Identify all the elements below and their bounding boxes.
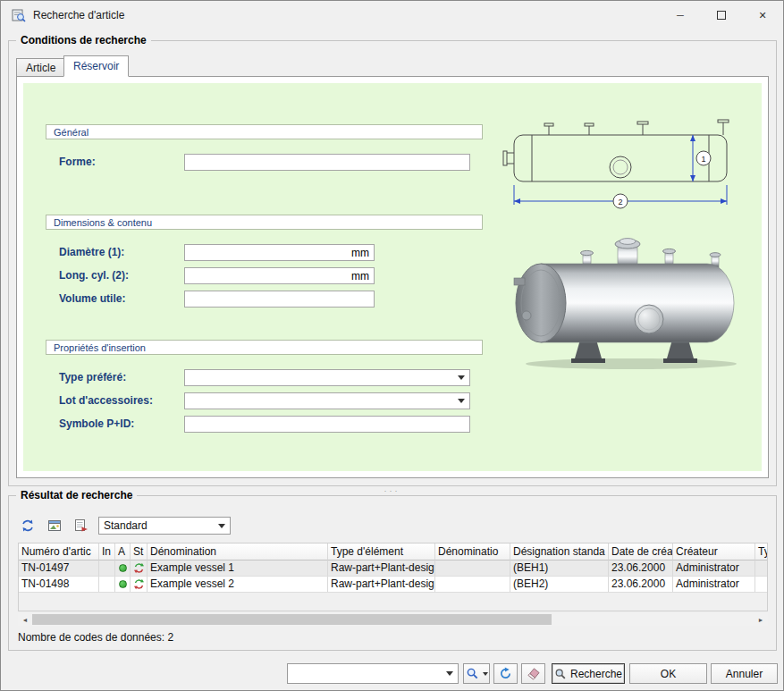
- cell-typ: [755, 560, 768, 577]
- long-cyl-label: Long. cyl. (2):: [59, 269, 129, 282]
- long-cyl-input[interactable]: mm: [184, 267, 375, 284]
- table-row[interactable]: TN-01498 Example vessel 2 Raw-part+Plant…: [19, 577, 767, 593]
- cell-denominatio: [435, 577, 510, 593]
- cell-date: 23.06.2000: [609, 577, 673, 593]
- results-table: Numéro d'artic In A St Dénomination Type…: [18, 543, 768, 611]
- cell-type: Raw-part+Plant-desig: [328, 577, 435, 593]
- cell-in: [99, 560, 115, 577]
- lot-accessoires-label: Lot d'accessoires:: [59, 394, 153, 407]
- revision-status-icon: [133, 562, 145, 574]
- status-green-icon: [119, 564, 127, 572]
- quick-search-combobox[interactable]: [287, 663, 459, 684]
- chevron-down-icon: [446, 671, 453, 676]
- column-header-designation[interactable]: Désignation standa: [510, 544, 609, 560]
- scrollbar-track[interactable]: [32, 613, 754, 626]
- column-header-type[interactable]: Type d'élément: [328, 544, 435, 560]
- table-row[interactable]: TN-01497 Example vessel 1 Raw-part+Plant…: [19, 560, 767, 577]
- forme-label: Forme:: [59, 156, 96, 168]
- tab-article[interactable]: Article: [16, 58, 65, 77]
- chevron-down-icon: [458, 399, 465, 403]
- conditions-groupbox: Conditions de recherche Article Réservoi…: [8, 40, 777, 486]
- annuler-button[interactable]: Annuler: [711, 663, 778, 684]
- result-count-text: Nombre de codes de données: 2: [18, 631, 173, 644]
- conditions-group-title: Conditions de recherche: [16, 34, 151, 46]
- symbole-pid-input[interactable]: [184, 416, 470, 433]
- scroll-right-icon[interactable]: ►: [754, 613, 768, 626]
- refresh-icon: [499, 667, 512, 680]
- column-header-typ[interactable]: Typ: [755, 544, 768, 560]
- cell-createur: Administrator: [673, 577, 755, 593]
- cell-type: Raw-part+Plant-desig: [328, 560, 435, 577]
- chevron-down-icon: [483, 672, 488, 676]
- column-header-createur[interactable]: Créateur: [673, 544, 755, 560]
- dimensions-section-title: Dimensions & contenu: [54, 217, 152, 228]
- chevron-down-icon: [218, 524, 225, 528]
- diametre-unit-label: mm: [351, 247, 369, 259]
- cell-numero: TN-01497: [19, 560, 99, 577]
- dialog-recherche-article: Recherche d'article ─ ✕ Conditions de re…: [0, 0, 784, 691]
- maximize-button[interactable]: [701, 1, 742, 29]
- minimize-button[interactable]: ─: [660, 1, 701, 29]
- cell-designation: (BEH1): [510, 560, 609, 577]
- cell-typ: [755, 577, 768, 593]
- column-header-denomination[interactable]: Dénomination: [148, 544, 328, 560]
- cell-status: [115, 560, 131, 577]
- general-section-title: Général: [54, 127, 89, 138]
- cell-date: 23.06.2000: [609, 560, 673, 577]
- column-header-in[interactable]: In: [99, 544, 115, 560]
- eraser-icon: [527, 667, 540, 680]
- horizontal-scrollbar[interactable]: ◄ ►: [18, 613, 768, 626]
- close-button[interactable]: ✕: [742, 1, 783, 29]
- refresh-results-button[interactable]: [16, 516, 39, 535]
- type-prefere-label: Type préféré:: [59, 371, 126, 383]
- title-bar[interactable]: Recherche d'article ─ ✕: [1, 1, 783, 29]
- app-icon: [12, 8, 26, 22]
- reservoir-tab-panel: Général Forme: Dimensions & contenu Diam…: [16, 76, 769, 478]
- diametre-input[interactable]: mm: [184, 244, 375, 261]
- status-green-icon: [119, 580, 127, 588]
- reservoir-form-area: Général Forme: Dimensions & contenu Diam…: [23, 83, 762, 471]
- window-title: Recherche d'article: [33, 9, 124, 21]
- column-header-numero[interactable]: Numéro d'artic: [19, 544, 99, 560]
- volume-input[interactable]: [184, 291, 375, 308]
- export-icon: [74, 518, 89, 533]
- refresh-icon: [21, 518, 35, 533]
- cell-denomination: Example vessel 1: [148, 560, 328, 577]
- search-icon: [466, 667, 479, 680]
- cell-designation: (BEH2): [510, 577, 609, 593]
- lot-accessoires-combobox[interactable]: [184, 392, 470, 409]
- cell-revision: [131, 577, 148, 593]
- volume-label: Volume utile:: [59, 292, 125, 305]
- search-options-button[interactable]: [463, 663, 490, 684]
- tab-reservoir[interactable]: Réservoir: [63, 55, 129, 77]
- cell-denominatio: [435, 560, 510, 577]
- view-select[interactable]: Standard: [98, 517, 231, 535]
- preview-button[interactable]: [43, 516, 66, 535]
- scroll-left-icon[interactable]: ◄: [18, 613, 32, 626]
- column-header-date[interactable]: Date de créa: [609, 544, 673, 560]
- ok-button[interactable]: OK: [629, 663, 707, 684]
- insertion-section-title: Propriétés d'insertion: [54, 342, 146, 353]
- long-cyl-unit-label: mm: [351, 270, 369, 282]
- column-header-st[interactable]: St: [131, 544, 148, 560]
- clear-button[interactable]: [521, 663, 545, 684]
- recherche-button[interactable]: Recherche: [552, 663, 625, 684]
- type-prefere-combobox[interactable]: [184, 369, 470, 386]
- diametre-label: Diamètre (1):: [59, 246, 124, 258]
- dimensions-section-header: Dimensions & contenu: [46, 215, 483, 230]
- dimension-marker-1: 1: [701, 155, 705, 164]
- vessel-dimension-diagram: 1 2: [500, 114, 761, 224]
- symbole-pid-label: Symbole P+ID:: [59, 417, 134, 430]
- column-header-a[interactable]: A: [115, 544, 131, 560]
- refresh-button[interactable]: [493, 663, 518, 684]
- search-icon: [554, 668, 567, 680]
- results-group-title: Résultat de recherche: [16, 489, 137, 501]
- export-button[interactable]: [70, 516, 93, 535]
- cell-status: [115, 577, 131, 593]
- recherche-button-label: Recherche: [570, 668, 622, 680]
- scrollbar-thumb[interactable]: [32, 614, 552, 625]
- results-groupbox: Résultat de recherche: [8, 495, 777, 651]
- column-header-denominatio[interactable]: Dénominatio: [435, 544, 510, 560]
- forme-input[interactable]: [184, 154, 470, 171]
- vessel-3d-image: [493, 228, 763, 373]
